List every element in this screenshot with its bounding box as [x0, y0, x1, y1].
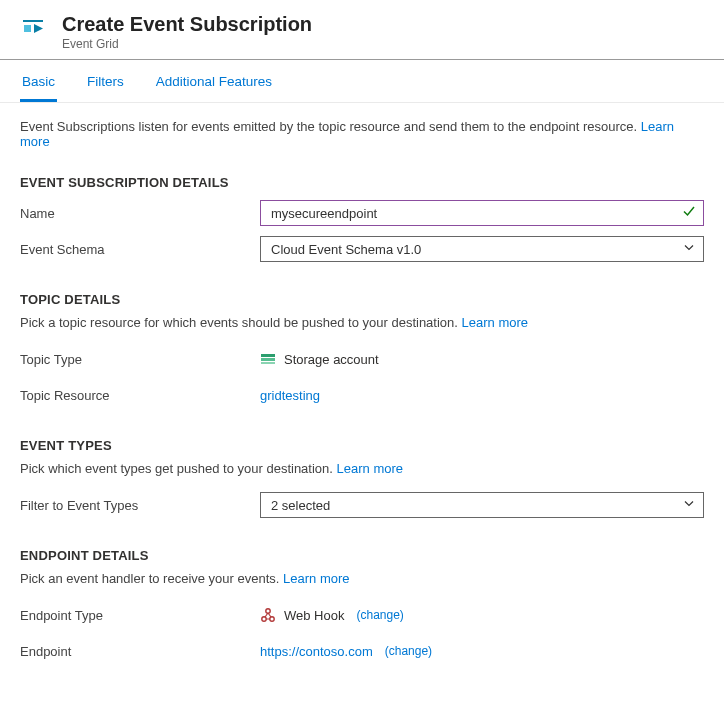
event-types-learn-more-link[interactable]: Learn more	[337, 461, 403, 476]
check-icon	[682, 204, 696, 222]
event-schema-value: Cloud Event Schema v1.0	[271, 242, 421, 257]
endpoint-learn-more-link[interactable]: Learn more	[283, 571, 349, 586]
row-endpoint: Endpoint https://contoso.com (change)	[20, 636, 704, 666]
svg-point-7	[266, 609, 270, 613]
tabs: Basic Filters Additional Features	[0, 60, 724, 103]
svg-rect-5	[261, 358, 275, 361]
event-types-desc-text: Pick which event types get pushed to you…	[20, 461, 337, 476]
endpoint-details-desc: Pick an event handler to receive your ev…	[20, 571, 704, 586]
section-subscription-details-title: EVENT SUBSCRIPTION DETAILS	[20, 175, 704, 190]
row-topic-resource: Topic Resource gridtesting	[20, 380, 704, 410]
endpoint-type-value: Web Hook	[284, 608, 344, 623]
label-topic-resource: Topic Resource	[20, 388, 260, 403]
chevron-down-icon	[683, 498, 695, 513]
label-endpoint-type: Endpoint Type	[20, 608, 260, 623]
intro-text-body: Event Subscriptions listen for events em…	[20, 119, 641, 134]
chevron-down-icon	[683, 242, 695, 257]
topic-details-desc-text: Pick a topic resource for which events s…	[20, 315, 462, 330]
label-topic-type: Topic Type	[20, 352, 260, 367]
topic-learn-more-link[interactable]: Learn more	[462, 315, 528, 330]
topic-type-value: Storage account	[284, 352, 379, 367]
event-schema-select[interactable]: Cloud Event Schema v1.0	[260, 236, 704, 262]
svg-rect-1	[23, 20, 43, 22]
topic-resource-link[interactable]: gridtesting	[260, 388, 320, 403]
row-filter-event-types: Filter to Event Types 2 selected	[20, 490, 704, 520]
content: Event Subscriptions listen for events em…	[0, 103, 724, 688]
tab-additional-features[interactable]: Additional Features	[154, 68, 274, 102]
row-topic-type: Topic Type Storage account	[20, 344, 704, 374]
label-filter-event-types: Filter to Event Types	[20, 498, 260, 513]
section-topic-details-title: TOPIC DETAILS	[20, 292, 704, 307]
page-subtitle: Event Grid	[62, 37, 312, 51]
filter-event-types-select[interactable]: 2 selected	[260, 492, 704, 518]
event-types-desc: Pick which event types get pushed to you…	[20, 461, 704, 476]
tab-basic[interactable]: Basic	[20, 68, 57, 102]
section-endpoint-details-title: ENDPOINT DETAILS	[20, 548, 704, 563]
page-title: Create Event Subscription	[62, 12, 312, 36]
svg-point-8	[262, 617, 266, 621]
svg-point-9	[270, 617, 274, 621]
svg-rect-2	[24, 25, 31, 32]
svg-rect-4	[261, 354, 275, 357]
label-event-schema: Event Schema	[20, 242, 260, 257]
filter-event-types-value: 2 selected	[271, 498, 330, 513]
storage-account-icon	[260, 351, 276, 367]
endpoint-type-change-link[interactable]: (change)	[356, 608, 403, 622]
svg-marker-3	[34, 24, 43, 33]
event-grid-icon	[20, 14, 48, 42]
row-event-schema: Event Schema Cloud Event Schema v1.0	[20, 234, 704, 264]
svg-rect-6	[261, 362, 275, 364]
page-header: Create Event Subscription Event Grid	[0, 0, 724, 60]
intro-text: Event Subscriptions listen for events em…	[20, 119, 704, 149]
endpoint-details-desc-text: Pick an event handler to receive your ev…	[20, 571, 283, 586]
label-name: Name	[20, 206, 260, 221]
topic-details-desc: Pick a topic resource for which events s…	[20, 315, 704, 330]
tab-filters[interactable]: Filters	[85, 68, 126, 102]
label-endpoint: Endpoint	[20, 644, 260, 659]
row-name: Name	[20, 198, 704, 228]
endpoint-change-link[interactable]: (change)	[385, 644, 432, 658]
endpoint-url-link[interactable]: https://contoso.com	[260, 644, 373, 659]
row-endpoint-type: Endpoint Type Web Hook (change)	[20, 600, 704, 630]
webhook-icon	[260, 607, 276, 623]
section-event-types-title: EVENT TYPES	[20, 438, 704, 453]
name-input[interactable]	[260, 200, 704, 226]
